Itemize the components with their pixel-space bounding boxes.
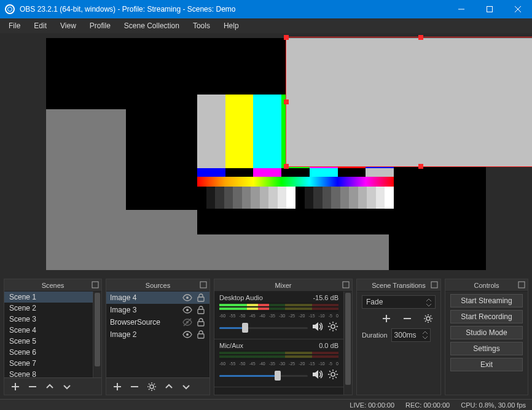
popout-icon[interactable] xyxy=(200,281,207,288)
transition-remove-button[interactable] xyxy=(400,312,415,325)
source-item-label: Image 2 xyxy=(110,330,179,339)
popout-icon[interactable] xyxy=(518,281,525,288)
svg-rect-17 xyxy=(198,334,204,338)
scene-item[interactable]: Scene 1 xyxy=(4,292,101,303)
source-item[interactable]: Image 3 xyxy=(106,304,209,316)
scene-item[interactable]: Scene 5 xyxy=(4,336,101,347)
eye-icon[interactable] xyxy=(182,293,192,303)
sources-remove-button[interactable] xyxy=(127,381,142,393)
source-item-label: BrowserSource xyxy=(110,318,179,327)
scenes-panel-header[interactable]: Scenes xyxy=(4,279,101,292)
lock-icon[interactable] xyxy=(196,330,206,339)
transition-properties-button[interactable] xyxy=(421,312,436,325)
source-item[interactable]: Image 2 xyxy=(106,328,209,341)
svg-rect-1 xyxy=(487,7,493,12)
sources-move-up-button[interactable] xyxy=(162,381,176,393)
sources-panel: Sources Image 4Image 3BrowserSourceImage… xyxy=(106,279,210,395)
controls-panel-title: Controls xyxy=(474,282,499,289)
mixer-panel-header[interactable]: Mixer xyxy=(214,279,352,292)
status-cpu: CPU: 0.8%, 30.00 fps xyxy=(461,401,526,409)
controls-settings-button[interactable]: Settings xyxy=(450,342,523,355)
lock-icon[interactable] xyxy=(196,317,206,327)
controls-exit-button[interactable]: Exit xyxy=(450,358,523,371)
window-minimize-button[interactable] xyxy=(447,0,475,18)
scenes-scrollbar[interactable] xyxy=(93,292,101,377)
volume-slider[interactable] xyxy=(219,323,308,333)
sources-list[interactable]: Image 4Image 3BrowserSourceImage 2 xyxy=(106,292,209,377)
scene-item[interactable]: Scene 4 xyxy=(4,325,101,336)
menu-profile[interactable]: Profile xyxy=(84,20,117,32)
menu-edit[interactable]: Edit xyxy=(28,20,53,32)
mixer-channel-db: -15.6 dB xyxy=(313,294,338,301)
gear-icon[interactable] xyxy=(327,369,338,382)
transitions-panel-title: Scene Transitions xyxy=(372,282,425,289)
transition-duration-input[interactable]: 300ms xyxy=(391,328,431,342)
svg-point-21 xyxy=(150,385,154,389)
menu-tools[interactable]: Tools xyxy=(187,20,216,32)
preview-canvas[interactable] xyxy=(46,38,486,269)
source-item[interactable]: BrowserSource xyxy=(106,316,209,328)
transition-duration-value: 300ms xyxy=(394,331,417,339)
popout-icon[interactable] xyxy=(431,281,438,288)
mixer-scrollbar[interactable] xyxy=(343,292,352,395)
speaker-icon[interactable] xyxy=(311,368,324,383)
popout-icon[interactable] xyxy=(342,281,350,288)
vu-ticks: -60-55-50-45-40-35-30-25-20-15-10-50 xyxy=(219,362,338,366)
scene-item[interactable]: Scene 3 xyxy=(4,314,101,325)
chevron-updown-icon xyxy=(425,298,432,309)
window-maximize-button[interactable] xyxy=(475,0,504,18)
chevron-updown-icon[interactable] xyxy=(421,330,429,342)
menu-help[interactable]: Help xyxy=(217,20,245,32)
scene-item[interactable]: Scene 2 xyxy=(4,303,101,314)
selection-outline[interactable] xyxy=(286,37,532,167)
speaker-icon[interactable] xyxy=(311,320,324,335)
source-item[interactable]: Image 4 xyxy=(106,292,209,304)
transitions-panel: Scene Transitions Fade Duration 300ms xyxy=(356,279,441,395)
sources-move-down-button[interactable] xyxy=(179,381,194,393)
scene-item[interactable]: Scene 7 xyxy=(4,358,101,369)
transitions-panel-header[interactable]: Scene Transitions xyxy=(357,279,440,292)
mixer-panel: Mixer Desktop Audio-15.6 dB-60-55-50-45-… xyxy=(214,279,353,395)
svg-rect-12 xyxy=(198,309,204,314)
window-titlebar[interactable]: OBS 23.2.1 (64-bit, windows) - Profile: … xyxy=(0,0,532,18)
scenes-remove-button[interactable] xyxy=(25,381,40,393)
scenes-add-button[interactable] xyxy=(8,381,23,393)
menu-view[interactable]: View xyxy=(54,20,82,32)
popout-icon[interactable] xyxy=(92,281,99,288)
sources-properties-button[interactable] xyxy=(144,381,159,393)
eye-off-icon[interactable] xyxy=(182,317,192,327)
controls-panel-header[interactable]: Controls xyxy=(445,279,528,292)
preview-area[interactable] xyxy=(0,33,532,276)
sources-add-button[interactable] xyxy=(110,381,125,393)
scene-item[interactable]: Scene 6 xyxy=(4,347,101,358)
lock-icon[interactable] xyxy=(196,305,206,315)
transition-add-button[interactable] xyxy=(379,312,394,325)
selection-handle[interactable] xyxy=(284,35,289,40)
mixer-body: Desktop Audio-15.6 dB-60-55-50-45-40-35-… xyxy=(214,292,352,395)
window-close-button[interactable] xyxy=(504,0,532,18)
selection-handle[interactable] xyxy=(418,164,423,169)
controls-start-streaming-button[interactable]: Start Streaming xyxy=(450,294,523,308)
transition-select[interactable]: Fade xyxy=(362,295,436,309)
controls-studio-mode-button[interactable]: Studio Mode xyxy=(450,326,523,339)
volume-slider[interactable] xyxy=(219,371,308,381)
gear-icon[interactable] xyxy=(327,321,338,335)
scene-item[interactable]: Scene 8 xyxy=(4,369,101,377)
menu-file[interactable]: File xyxy=(2,20,26,32)
svg-rect-32 xyxy=(518,282,525,288)
lock-icon[interactable] xyxy=(196,293,206,303)
eye-icon[interactable] xyxy=(182,305,192,315)
scenes-list[interactable]: Scene 1Scene 2Scene 3Scene 4Scene 5Scene… xyxy=(4,292,101,377)
selection-handle[interactable] xyxy=(284,99,289,104)
selection-handle[interactable] xyxy=(284,164,289,169)
sources-panel-header[interactable]: Sources xyxy=(106,279,209,292)
selection-handle[interactable] xyxy=(418,35,423,40)
svg-marker-25 xyxy=(313,370,318,379)
scenes-move-down-button[interactable] xyxy=(60,381,74,393)
menu-scene-collection[interactable]: Scene Collection xyxy=(118,20,186,32)
mixer-channel: Mic/Aux0.0 dB-60-55-50-45-40-35-30-25-20… xyxy=(214,339,343,387)
controls-start-recording-button[interactable]: Start Recording xyxy=(450,310,523,323)
scenes-move-up-button[interactable] xyxy=(42,381,57,393)
eye-icon[interactable] xyxy=(182,330,192,339)
preview-layer-gray-left xyxy=(46,109,126,270)
